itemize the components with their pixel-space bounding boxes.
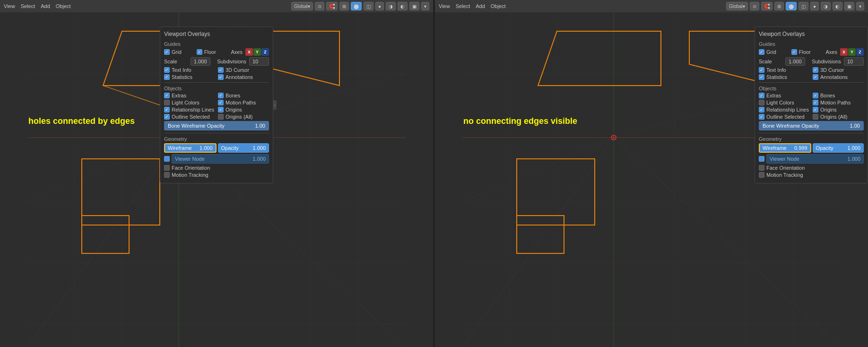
- left-scale-value[interactable]: 1.000: [191, 57, 210, 66]
- left-annotations-cb[interactable]: ✓ Annotations: [218, 74, 269, 80]
- right-shading3-btn[interactable]: ◐: [833, 2, 842, 10]
- left-floor-cb-item[interactable]: ✓ Floor: [197, 49, 226, 55]
- right-view-menu[interactable]: View: [439, 3, 450, 9]
- left-outlinesel-cb[interactable]: ✓ Outline Selected: [164, 114, 215, 120]
- right-overlay-btn[interactable]: ⬤: [786, 2, 797, 10]
- left-panel-arrow[interactable]: ›: [273, 100, 277, 110]
- left-faceorientation-checkbox[interactable]: [164, 165, 170, 171]
- right-motiontracking-checkbox[interactable]: [759, 172, 764, 178]
- left-rellines-cb[interactable]: ✓ Relationship Lines: [164, 107, 215, 113]
- left-rellines-checkbox[interactable]: ✓: [164, 107, 170, 113]
- right-motionpaths-cb[interactable]: ✓ Motion Paths: [813, 100, 864, 105]
- right-stats-checkbox[interactable]: ✓: [759, 74, 764, 80]
- right-xray-btn[interactable]: ◫: [799, 2, 808, 10]
- right-3dcursor-checkbox[interactable]: ✓: [813, 67, 818, 73]
- left-grid-checkbox[interactable]: ✓: [164, 49, 170, 55]
- right-z-btn[interactable]: Z: [856, 48, 864, 56]
- left-annotations-checkbox[interactable]: ✓: [218, 74, 224, 80]
- left-shading3-btn[interactable]: ◐: [398, 2, 408, 10]
- left-lightcolors-checkbox[interactable]: [164, 100, 170, 105]
- left-stats-cb[interactable]: ✓ Statistics: [164, 74, 215, 80]
- right-select-menu[interactable]: Select: [456, 3, 470, 9]
- right-viewer-cb[interactable]: [759, 156, 764, 162]
- left-originsall-checkbox[interactable]: [218, 114, 224, 120]
- left-floor-checkbox[interactable]: ✓: [197, 49, 202, 55]
- right-scale-value[interactable]: 1.000: [785, 57, 805, 66]
- left-bones-checkbox[interactable]: ✓: [218, 93, 224, 98]
- left-opacity-field[interactable]: Opacity 1.000: [218, 143, 269, 153]
- right-originsall-checkbox[interactable]: [813, 114, 818, 120]
- right-outlinesel-checkbox[interactable]: ✓: [759, 114, 764, 120]
- left-extras-checkbox[interactable]: ✓: [164, 93, 170, 98]
- right-outlinesel-cb[interactable]: ✓ Outline Selected: [759, 114, 810, 120]
- left-lightcolors-cb[interactable]: Light Colors: [164, 100, 215, 105]
- right-shading2-btn[interactable]: ◑: [821, 2, 831, 10]
- right-opacity-field[interactable]: Opacity 1.000: [813, 143, 864, 153]
- right-subdiv-value[interactable]: 10: [844, 57, 864, 66]
- right-originsall-cb[interactable]: Origins (All): [813, 114, 864, 120]
- left-origins-cb[interactable]: ✓ Origins: [218, 107, 269, 113]
- left-overlay-btn[interactable]: ⬤: [351, 2, 362, 10]
- right-x-btn[interactable]: X: [840, 48, 848, 56]
- left-z-btn[interactable]: Z: [261, 48, 269, 56]
- right-3dcursor-cb[interactable]: ✓ 3D Cursor: [813, 67, 864, 73]
- left-textinfo-cb[interactable]: ✓ Text Info: [164, 67, 215, 73]
- right-faceorientation-cb[interactable]: Face Orientation: [759, 165, 864, 171]
- left-more-btn[interactable]: ▾: [421, 2, 429, 10]
- left-origins-checkbox[interactable]: ✓: [218, 107, 224, 113]
- left-viewer-cb[interactable]: [164, 156, 170, 162]
- left-motiontracking-cb[interactable]: Motion Tracking: [164, 172, 269, 178]
- right-faceorientation-checkbox[interactable]: [759, 165, 764, 171]
- left-object-menu[interactable]: Object: [56, 3, 71, 9]
- right-annotations-checkbox[interactable]: ✓: [813, 74, 818, 80]
- left-global-btn[interactable]: Global ▾: [291, 2, 313, 10]
- left-view-menu[interactable]: View: [4, 3, 15, 9]
- left-wireframe-field[interactable]: Wireframe 1.000: [164, 143, 217, 153]
- left-grid-cb-item[interactable]: ✓ Grid: [164, 49, 194, 55]
- right-bone-wireframe-btn[interactable]: Bone Wireframe Opacity 1.00: [759, 121, 864, 130]
- right-bones-cb[interactable]: ✓ Bones: [813, 93, 864, 98]
- left-bones-cb[interactable]: ✓ Bones: [218, 93, 269, 98]
- left-3dcursor-cb[interactable]: ✓ 3D Cursor: [218, 67, 269, 73]
- left-motionpaths-checkbox[interactable]: ✓: [218, 100, 224, 105]
- right-shading4-btn[interactable]: ▣: [844, 2, 854, 10]
- right-grid-cb-item[interactable]: ✓ Grid: [759, 49, 789, 55]
- right-shading-btn[interactable]: ●: [810, 2, 819, 10]
- right-textinfo-cb[interactable]: ✓ Text Info: [759, 67, 810, 73]
- left-faceorientation-cb[interactable]: Face Orientation: [164, 165, 269, 171]
- left-shading2-btn[interactable]: ◑: [386, 2, 396, 10]
- right-grid-checkbox[interactable]: ✓: [759, 49, 764, 55]
- right-motionpaths-checkbox[interactable]: ✓: [813, 100, 818, 105]
- left-add-menu[interactable]: Add: [41, 3, 50, 9]
- right-rellines-cb[interactable]: ✓ Relationship Lines: [759, 107, 810, 113]
- left-y-btn[interactable]: Y: [253, 48, 261, 56]
- right-stats-cb[interactable]: ✓ Statistics: [759, 74, 810, 80]
- left-x-btn[interactable]: X: [245, 48, 253, 56]
- left-motiontracking-checkbox[interactable]: [164, 172, 170, 178]
- left-grid-btn[interactable]: ⊞: [339, 2, 349, 10]
- right-global-btn[interactable]: Global ▾: [726, 2, 748, 10]
- right-extras-checkbox[interactable]: ✓: [759, 93, 764, 98]
- right-motiontracking-cb[interactable]: Motion Tracking: [759, 172, 864, 178]
- left-viewer-field[interactable]: Viewer Node 1.000: [172, 154, 269, 164]
- right-snap-btn[interactable]: 🧲: [761, 2, 773, 10]
- left-stats-checkbox[interactable]: ✓: [164, 74, 170, 80]
- right-bones-checkbox[interactable]: ✓: [813, 93, 818, 98]
- right-add-menu[interactable]: Add: [476, 3, 485, 9]
- left-shading4-btn[interactable]: ▣: [409, 2, 419, 10]
- right-viewer-field[interactable]: Viewer Node 1.000: [766, 154, 864, 164]
- left-motionpaths-cb[interactable]: ✓ Motion Paths: [218, 100, 269, 105]
- right-origins-cb[interactable]: ✓ Origins: [813, 107, 864, 113]
- left-textinfo-checkbox[interactable]: ✓: [164, 67, 170, 73]
- left-shading-btn[interactable]: ●: [375, 2, 384, 10]
- right-rellines-checkbox[interactable]: ✓: [759, 107, 764, 113]
- right-grid-btn[interactable]: ⊞: [774, 2, 784, 10]
- left-extras-cb[interactable]: ✓ Extras: [164, 93, 215, 98]
- right-pivot-btn[interactable]: ⊙: [750, 2, 759, 10]
- right-lightcolors-checkbox[interactable]: [759, 100, 764, 105]
- left-subdiv-value[interactable]: 10: [249, 57, 269, 66]
- right-wireframe-field[interactable]: Wireframe 0.999: [759, 143, 811, 153]
- right-annotations-cb[interactable]: ✓ Annotations: [813, 74, 864, 80]
- left-select-menu[interactable]: Select: [21, 3, 35, 9]
- right-lightcolors-cb[interactable]: Light Colors: [759, 100, 810, 105]
